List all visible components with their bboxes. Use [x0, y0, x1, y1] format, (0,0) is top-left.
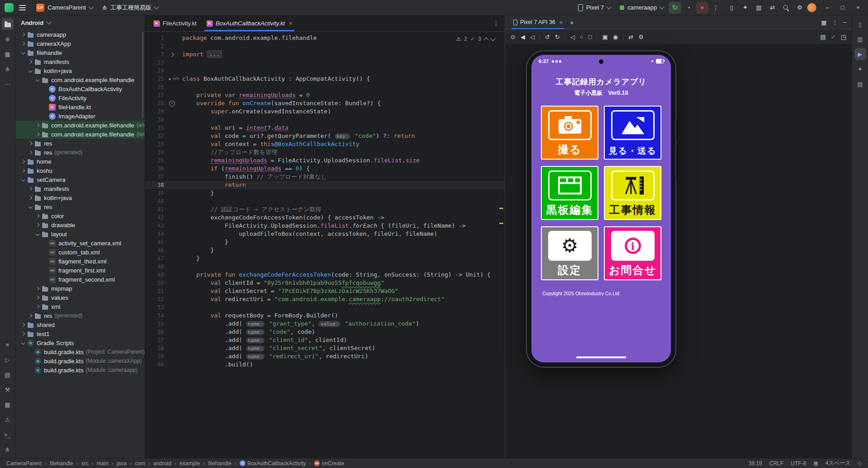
code-line[interactable]: 47 }	[145, 254, 505, 263]
code-line[interactable]: 35 remainingUploads = FileActivity.Uploa…	[145, 156, 505, 165]
breadcrumb-item[interactable]: monCreate	[314, 460, 344, 467]
chevron-right-icon[interactable]	[27, 185, 34, 192]
layout-inspector-icon[interactable]: ▥	[854, 33, 866, 45]
code-line[interactable]: 54 val requestBody = FormBody.Builder()	[145, 312, 505, 320]
project-view-selector[interactable]: Android	[15, 15, 145, 30]
next-issue-icon[interactable]	[490, 36, 495, 41]
inspections-status-icon[interactable]: ◇	[858, 460, 862, 466]
device-explorer-icon[interactable]: ▤	[854, 78, 866, 90]
tree-item[interactable]: com.android.example.filehandle	[15, 75, 145, 84]
code-line[interactable]: 44 uploadFileToBox(context, accessToken,…	[145, 230, 505, 238]
chevron-down-icon[interactable]	[27, 204, 34, 210]
overview-icon[interactable]: □	[588, 34, 592, 40]
split-panel-icon[interactable]: ▦	[821, 19, 827, 26]
code-line[interactable]: 25▶</>class BoxAuthCallbackActivity : Ap…	[145, 75, 505, 83]
search-everywhere-icon[interactable]	[780, 2, 792, 14]
tree-item[interactable]: KfileHandle.kt	[15, 102, 145, 112]
tree-item[interactable]: GGradle Scripts	[15, 338, 145, 347]
code-line[interactable]: 24	[145, 67, 505, 75]
minimize-button[interactable]: –	[820, 1, 834, 14]
tree-item[interactable]: cameraapp	[15, 30, 145, 39]
chevron-right-icon[interactable]	[27, 312, 34, 319]
ai-assistant-icon[interactable]: ✦	[739, 2, 751, 14]
code-line[interactable]: 32 val code = uri?.getQueryParameter( ke…	[145, 132, 505, 140]
code-line[interactable]: 36 if (remainingUploads == 0) {	[145, 165, 505, 173]
line-separator[interactable]: CRLF	[769, 460, 783, 467]
tree-item[interactable]: com.android.example.filehandle(androidTe…	[15, 121, 145, 130]
tree-item[interactable]: res	[15, 202, 145, 211]
construction-info-button[interactable]: 工事情報	[604, 166, 661, 220]
breadcrumb-item[interactable]: filehandle	[50, 460, 73, 467]
close-window-button[interactable]: ×	[851, 1, 865, 14]
code-line[interactable]: 30	[145, 116, 505, 124]
breadcrumb-item[interactable]: example	[179, 460, 200, 467]
panel-options-icon[interactable]: ⋮	[832, 19, 838, 26]
breadcrumb-item[interactable]: com	[135, 460, 145, 467]
tree-item[interactable]: manifests	[15, 57, 145, 66]
rotate-left-icon[interactable]: ↺	[545, 34, 550, 40]
tree-item[interactable]: res(generated)	[15, 148, 145, 157]
breadcrumb-item[interactable]: CameraParent	[6, 460, 42, 467]
run-configuration-selector[interactable]: cameraapp	[616, 1, 668, 14]
code-line[interactable]: 49 private fun exchangeCodeForAccessToke…	[145, 271, 505, 279]
tree-item[interactable]: drawable	[15, 220, 145, 229]
chevron-right-icon[interactable]	[20, 331, 26, 337]
chevron-right-icon[interactable]	[27, 149, 34, 156]
caret-position[interactable]: 38:19	[748, 460, 762, 467]
code-editor[interactable]: 1package com.android.example.filehandle2…	[145, 32, 505, 458]
file-encoding[interactable]: UTF-8	[791, 460, 806, 467]
tree-item[interactable]: home	[15, 157, 145, 166]
code-line[interactable]: 29 super.onCreate(savedInstanceState)	[145, 107, 505, 116]
tree-item[interactable]: com.android.example.filehandle(test)	[15, 130, 145, 139]
more-tool-windows-icon[interactable]: ⋯	[2, 78, 14, 90]
profiler-button[interactable]: ◔	[682, 2, 695, 14]
main-menu-icon[interactable]	[19, 5, 26, 10]
tree-item[interactable]: </>fragment_first.xml	[15, 266, 145, 275]
device-streaming-icon[interactable]: ▯	[726, 2, 738, 14]
code-line[interactable]: 3import ...	[145, 50, 505, 58]
code-line[interactable]: 48	[145, 263, 505, 271]
chevron-right-icon[interactable]	[27, 58, 34, 65]
app-inspection-icon[interactable]: ▦	[2, 399, 14, 410]
chevron-right-icon[interactable]	[20, 167, 26, 174]
power-icon[interactable]: ⊙	[511, 34, 516, 40]
code-line[interactable]: 27 private var remainingUploads = 0	[145, 91, 505, 99]
tree-item[interactable]: xml	[15, 302, 145, 311]
phone-screen[interactable]: 6:37 ▼ 工事記録用カメラアプリ 電子小黒板 Ver0.10 撮る見る・送る…	[531, 55, 671, 362]
tree-item[interactable]: res	[15, 139, 145, 148]
structure-tool-icon[interactable]: ≡	[2, 339, 14, 351]
tree-item[interactable]: CBoxAuthCallbackActivity	[15, 84, 145, 93]
code-line[interactable]: 26	[145, 83, 505, 91]
shoot-button[interactable]: 撮る	[541, 106, 598, 160]
more-actions-button[interactable]: ⋮	[709, 2, 722, 14]
chevron-right-icon[interactable]	[20, 158, 26, 165]
hardware-input-icon[interactable]: ▤	[820, 34, 826, 40]
chevron-down-icon[interactable]	[20, 176, 26, 183]
tree-item[interactable]: setCamera	[15, 175, 145, 184]
settings-button[interactable]: ⚙設定	[541, 226, 598, 280]
tree-item[interactable]: cameraXApp	[15, 39, 145, 48]
vcs-branch-widget[interactable]: ⋔ 工事工種簡易版	[98, 1, 163, 14]
code-line[interactable]: 53	[145, 303, 505, 312]
code-line[interactable]: 46 }	[145, 246, 505, 254]
indent-style[interactable]: 4スペース	[825, 459, 851, 467]
code-line[interactable]: 43 FileActivity.UploadSession.fileList.f…	[145, 222, 505, 230]
code-line[interactable]: 41 // 認証コード → アクセストークン取得	[145, 205, 505, 214]
tree-item[interactable]: CFileActivity	[15, 93, 145, 102]
tree-item[interactable]: shared	[15, 320, 145, 329]
warning-stripe-mark[interactable]	[499, 208, 503, 209]
breadcrumb-item[interactable]: filehandle	[208, 460, 231, 467]
settings-icon[interactable]: ⚙	[794, 2, 805, 14]
chevron-right-icon[interactable]	[34, 122, 41, 128]
chevron-right-icon[interactable]	[34, 303, 41, 310]
tree-item[interactable]: color	[15, 211, 145, 220]
breadcrumb-item[interactable]: CBoxAuthCallbackActivity	[240, 460, 306, 467]
resource-manager-icon[interactable]: ▦	[2, 48, 14, 60]
code-line[interactable]: 23	[145, 58, 505, 67]
code-line[interactable]: 28↑ override fun onCreate(savedInstanceS…	[145, 99, 505, 107]
sync-project-icon[interactable]: ⇄	[767, 2, 778, 14]
chevron-right-icon[interactable]	[34, 285, 41, 292]
tree-item[interactable]: </>activity_set_camera.xml	[15, 239, 145, 248]
version-control-icon[interactable]: ⋔	[2, 444, 14, 455]
code-preview-icon[interactable]: </>	[173, 75, 179, 83]
